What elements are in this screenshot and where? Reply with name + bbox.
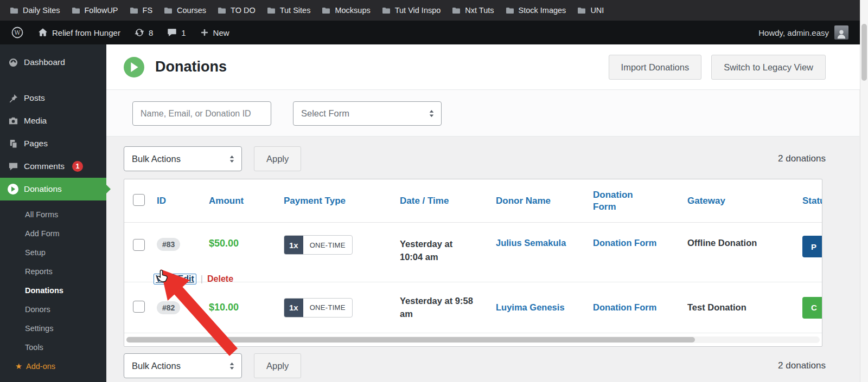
submenu-add-form[interactable]: Add Form xyxy=(0,224,106,243)
status-button[interactable]: P xyxy=(802,236,822,257)
bookmark-tut-vid-inspo[interactable]: Tut Vid Inspo xyxy=(382,6,441,15)
submenu-all-forms[interactable]: All Forms xyxy=(0,205,106,224)
apply-button[interactable]: Apply xyxy=(254,353,301,378)
updates-icon xyxy=(135,28,144,37)
form-select-dropdown[interactable]: Select Form xyxy=(293,101,442,126)
bookmark-uni[interactable]: UNI xyxy=(577,6,604,15)
new-label: New xyxy=(213,28,229,37)
updates-link[interactable]: 8 xyxy=(135,28,153,37)
bookmark-label: Courses xyxy=(177,6,206,15)
submenu-add-ons[interactable]: ★ Add-ons xyxy=(0,357,106,375)
donations-count: 2 donations xyxy=(778,153,826,164)
gateway-label: Test Donation xyxy=(680,302,800,313)
site-name: Relief from Hunger xyxy=(52,28,120,37)
bookmark-stock-images[interactable]: Stock Images xyxy=(506,6,566,15)
submenu-tools[interactable]: Tools xyxy=(0,338,106,357)
bookmarks-bar: Daily Sites FollowUP FS Courses TO DO Tu… xyxy=(0,0,868,21)
submenu-settings[interactable]: Settings xyxy=(0,319,106,338)
donor-name-link[interactable]: Luyima Genesis xyxy=(496,302,565,312)
folder-icon xyxy=(382,7,391,14)
column-header-status[interactable]: Status xyxy=(800,196,822,206)
sidebar-item-posts[interactable]: Posts xyxy=(0,87,106,109)
sidebar-item-dashboard[interactable]: Dashboard xyxy=(0,51,106,74)
folder-icon xyxy=(164,7,173,14)
bookmark-label: Tut Sites xyxy=(280,6,311,15)
apply-button[interactable]: Apply xyxy=(254,146,301,171)
donations-table: ID Amount Payment Type Date / Time Donor… xyxy=(124,179,822,347)
submenu-setup[interactable]: Setup xyxy=(0,243,106,262)
status-button[interactable]: C xyxy=(802,297,822,319)
sidebar-label: Posts xyxy=(24,93,45,103)
column-header-gateway[interactable]: Gateway xyxy=(680,196,800,206)
donation-form-link[interactable]: Donation Form xyxy=(593,302,656,312)
pages-icon xyxy=(8,139,18,149)
donor-name-link[interactable]: Julius Semakula xyxy=(496,238,566,248)
bookmark-label: UNI xyxy=(590,6,604,15)
comments-link[interactable]: 1 xyxy=(167,28,186,37)
payment-type-badge: 1x ONE-TIME xyxy=(284,235,353,255)
submenu-reports[interactable]: Reports xyxy=(0,262,106,281)
row-checkbox[interactable] xyxy=(133,239,145,251)
search-input[interactable] xyxy=(132,101,271,126)
column-header-date-time[interactable]: Date / Time xyxy=(395,196,492,206)
wordpress-logo-icon[interactable]: W xyxy=(11,26,24,39)
submenu-donations[interactable]: Donations xyxy=(0,281,106,300)
sidebar-item-comments[interactable]: Comments 1 xyxy=(0,155,106,178)
horizontal-scrollbar-thumb[interactable] xyxy=(126,337,695,342)
donation-datetime: Yesterday at 9:58 am xyxy=(395,295,492,321)
column-header-donation-form[interactable]: Donation Form xyxy=(589,189,680,212)
camera-icon xyxy=(8,116,18,126)
column-header-payment-type[interactable]: Payment Type xyxy=(280,196,395,206)
pin-icon xyxy=(8,93,18,103)
bulk-actions-dropdown[interactable]: Bulk Actions xyxy=(124,353,242,378)
sidebar-label: Donations xyxy=(24,184,62,194)
form-select-value: Select Form xyxy=(301,108,349,119)
bookmark-label: Stock Images xyxy=(519,6,566,15)
vertical-scrollbar-thumb[interactable] xyxy=(861,24,867,81)
bookmark-to-do[interactable]: TO DO xyxy=(218,6,256,15)
vertical-scrollbar[interactable] xyxy=(860,0,868,382)
bulk-actions-value: Bulk Actions xyxy=(132,154,181,164)
comment-bubble-icon xyxy=(167,28,177,37)
bulk-actions-dropdown[interactable]: Bulk Actions xyxy=(124,146,242,171)
column-header-id[interactable]: ID xyxy=(150,196,200,206)
donation-id-badge: #82 xyxy=(157,301,180,314)
bookmark-mocksups[interactable]: Mocksups xyxy=(322,6,370,15)
sidebar-label: Dashboard xyxy=(24,57,65,67)
new-content-link[interactable]: New xyxy=(200,28,229,37)
sidebar-item-pages[interactable]: Pages xyxy=(0,132,106,155)
sidebar-item-donations[interactable]: Donations xyxy=(0,178,106,200)
column-header-donor-name[interactable]: Donor Name xyxy=(492,196,589,206)
folder-icon xyxy=(72,7,80,14)
donation-amount: $10.00 xyxy=(209,302,239,313)
bookmark-tut-sites[interactable]: Tut Sites xyxy=(267,6,311,15)
donation-id-badge: #83 xyxy=(157,238,180,251)
bulk-actions-bar-top: Bulk Actions Apply 2 donations xyxy=(124,146,826,171)
submenu-donors[interactable]: Donors xyxy=(0,300,106,319)
bookmark-label: TO DO xyxy=(231,6,256,15)
bookmark-label: FollowUP xyxy=(85,6,118,15)
givewp-logo-icon xyxy=(124,57,144,77)
select-all-checkbox[interactable] xyxy=(133,194,145,206)
bookmark-followup[interactable]: FollowUP xyxy=(72,6,118,15)
horizontal-scrollbar[interactable] xyxy=(126,336,820,343)
folder-icon xyxy=(267,7,276,14)
howdy-account-link[interactable]: Howdy, admin.easy xyxy=(758,28,829,37)
bookmark-daily-sites[interactable]: Daily Sites xyxy=(10,6,60,15)
home-icon xyxy=(38,28,48,37)
bookmark-nxt-tuts[interactable]: Nxt Tuts xyxy=(452,6,494,15)
table-header-row: ID Amount Payment Type Date / Time Donor… xyxy=(124,179,822,223)
donation-form-link[interactable]: Donation Form xyxy=(593,238,656,248)
import-donations-button[interactable]: Import Donations xyxy=(609,55,702,80)
page-title: Donations xyxy=(155,59,227,75)
sidebar-item-media[interactable]: Media xyxy=(0,109,106,132)
user-icon xyxy=(835,28,847,40)
bookmark-fs[interactable]: FS xyxy=(130,6,153,15)
site-name-link[interactable]: Relief from Hunger xyxy=(38,28,120,37)
column-header-amount[interactable]: Amount xyxy=(200,196,280,206)
switch-legacy-view-button[interactable]: Switch to Legacy View xyxy=(711,55,826,80)
avatar[interactable] xyxy=(834,25,848,40)
row-checkbox[interactable] xyxy=(133,301,145,313)
bookmark-label: Nxt Tuts xyxy=(465,6,494,15)
bookmark-courses[interactable]: Courses xyxy=(164,6,206,15)
